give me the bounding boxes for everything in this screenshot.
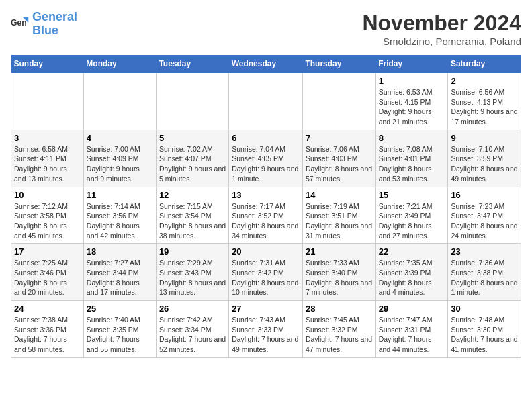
day-number: 20 <box>232 246 300 257</box>
day-cell: 6Sunrise: 7:04 AM Sunset: 4:05 PM Daylig… <box>229 130 303 187</box>
header-tuesday: Tuesday <box>156 55 228 73</box>
day-number: 11 <box>87 190 153 200</box>
day-info: Sunrise: 7:19 AM Sunset: 3:51 PM Dayligh… <box>306 201 373 241</box>
day-cell: 29Sunrise: 7:47 AM Sunset: 3:31 PM Dayli… <box>375 301 448 358</box>
day-cell: 18Sunrise: 7:27 AM Sunset: 3:44 PM Dayli… <box>83 244 156 301</box>
logo-text: General Blue <box>32 11 77 38</box>
day-cell: 10Sunrise: 7:12 AM Sunset: 3:58 PM Dayli… <box>11 187 84 244</box>
day-number: 5 <box>159 133 226 143</box>
day-number: 26 <box>159 304 226 314</box>
header-saturday: Saturday <box>448 55 521 73</box>
week-row-3: 17Sunrise: 7:25 AM Sunset: 3:46 PM Dayli… <box>11 244 521 301</box>
day-cell <box>83 73 156 130</box>
day-number: 19 <box>159 246 226 257</box>
day-info: Sunrise: 7:10 AM Sunset: 3:59 PM Dayligh… <box>451 144 518 184</box>
day-info: Sunrise: 6:56 AM Sunset: 4:13 PM Dayligh… <box>451 87 518 127</box>
day-cell: 9Sunrise: 7:10 AM Sunset: 3:59 PM Daylig… <box>448 130 521 187</box>
day-number: 3 <box>14 133 81 143</box>
day-cell: 25Sunrise: 7:40 AM Sunset: 3:35 PM Dayli… <box>83 301 156 358</box>
day-number: 13 <box>232 190 300 200</box>
day-number: 15 <box>379 190 445 200</box>
day-cell: 15Sunrise: 7:21 AM Sunset: 3:49 PM Dayli… <box>375 187 448 244</box>
day-info: Sunrise: 7:08 AM Sunset: 4:01 PM Dayligh… <box>379 144 445 184</box>
day-number: 25 <box>87 304 153 314</box>
day-number: 14 <box>306 190 373 200</box>
week-row-0: 1Sunrise: 6:53 AM Sunset: 4:15 PM Daylig… <box>11 73 521 130</box>
day-cell <box>156 73 228 130</box>
day-number: 7 <box>306 133 373 143</box>
header-thursday: Thursday <box>302 55 375 73</box>
day-number: 2 <box>451 76 518 86</box>
day-number: 1 <box>379 76 445 86</box>
month-title: November 2024 <box>362 11 521 36</box>
day-info: Sunrise: 7:31 AM Sunset: 3:42 PM Dayligh… <box>232 258 300 298</box>
day-number: 17 <box>14 246 81 257</box>
header-row: SundayMondayTuesdayWednesdayThursdayFrid… <box>11 55 521 73</box>
logo: Gen General Blue <box>11 11 77 38</box>
day-info: Sunrise: 7:27 AM Sunset: 3:44 PM Dayligh… <box>87 258 153 298</box>
day-cell: 21Sunrise: 7:33 AM Sunset: 3:40 PM Dayli… <box>302 244 375 301</box>
day-cell: 24Sunrise: 7:38 AM Sunset: 3:36 PM Dayli… <box>11 301 84 358</box>
day-number: 8 <box>379 133 445 143</box>
day-info: Sunrise: 7:25 AM Sunset: 3:46 PM Dayligh… <box>14 258 81 298</box>
day-info: Sunrise: 7:47 AM Sunset: 3:31 PM Dayligh… <box>379 315 445 355</box>
day-info: Sunrise: 7:00 AM Sunset: 4:09 PM Dayligh… <box>87 144 153 184</box>
day-info: Sunrise: 6:53 AM Sunset: 4:15 PM Dayligh… <box>379 87 445 127</box>
day-number: 12 <box>159 190 226 200</box>
day-info: Sunrise: 7:45 AM Sunset: 3:32 PM Dayligh… <box>306 315 373 355</box>
day-cell: 11Sunrise: 7:14 AM Sunset: 3:56 PM Dayli… <box>83 187 156 244</box>
day-number: 27 <box>232 304 300 314</box>
day-number: 28 <box>306 304 373 314</box>
day-info: Sunrise: 7:29 AM Sunset: 3:43 PM Dayligh… <box>159 258 226 298</box>
day-cell <box>11 73 84 130</box>
day-cell: 30Sunrise: 7:48 AM Sunset: 3:30 PM Dayli… <box>448 301 521 358</box>
header: Gen General Blue November 2024 Smoldzino… <box>11 11 521 47</box>
day-info: Sunrise: 7:36 AM Sunset: 3:38 PM Dayligh… <box>451 258 518 298</box>
day-cell: 8Sunrise: 7:08 AM Sunset: 4:01 PM Daylig… <box>375 130 448 187</box>
day-cell: 23Sunrise: 7:36 AM Sunset: 3:38 PM Dayli… <box>448 244 521 301</box>
svg-text:Gen: Gen <box>11 18 27 28</box>
day-info: Sunrise: 7:21 AM Sunset: 3:49 PM Dayligh… <box>379 201 445 241</box>
day-info: Sunrise: 7:02 AM Sunset: 4:07 PM Dayligh… <box>159 144 226 184</box>
title-area: November 2024 Smoldzino, Pomerania, Pola… <box>362 11 521 47</box>
day-number: 9 <box>451 133 518 143</box>
day-number: 24 <box>14 304 81 314</box>
day-info: Sunrise: 6:58 AM Sunset: 4:11 PM Dayligh… <box>14 144 81 184</box>
day-info: Sunrise: 7:38 AM Sunset: 3:36 PM Dayligh… <box>14 315 81 355</box>
day-cell: 27Sunrise: 7:43 AM Sunset: 3:33 PM Dayli… <box>229 301 303 358</box>
day-number: 21 <box>306 246 373 257</box>
day-info: Sunrise: 7:17 AM Sunset: 3:52 PM Dayligh… <box>232 201 300 241</box>
day-number: 10 <box>14 190 81 200</box>
day-number: 6 <box>232 133 300 143</box>
day-cell: 5Sunrise: 7:02 AM Sunset: 4:07 PM Daylig… <box>156 130 228 187</box>
day-info: Sunrise: 7:40 AM Sunset: 3:35 PM Dayligh… <box>87 315 153 355</box>
day-info: Sunrise: 7:04 AM Sunset: 4:05 PM Dayligh… <box>232 144 300 184</box>
logo-line2: Blue <box>32 24 58 37</box>
day-cell: 2Sunrise: 6:56 AM Sunset: 4:13 PM Daylig… <box>448 73 521 130</box>
calendar-table: SundayMondayTuesdayWednesdayThursdayFrid… <box>11 55 521 358</box>
day-cell: 7Sunrise: 7:06 AM Sunset: 4:03 PM Daylig… <box>302 130 375 187</box>
day-cell: 22Sunrise: 7:35 AM Sunset: 3:39 PM Dayli… <box>375 244 448 301</box>
day-number: 23 <box>451 246 518 257</box>
day-number: 16 <box>451 190 518 200</box>
logo-line1: General <box>32 10 77 24</box>
day-info: Sunrise: 7:35 AM Sunset: 3:39 PM Dayligh… <box>379 258 445 298</box>
day-cell: 13Sunrise: 7:17 AM Sunset: 3:52 PM Dayli… <box>229 187 303 244</box>
day-number: 29 <box>379 304 445 314</box>
location: Smoldzino, Pomerania, Poland <box>362 36 521 47</box>
day-cell: 12Sunrise: 7:15 AM Sunset: 3:54 PM Dayli… <box>156 187 228 244</box>
header-sunday: Sunday <box>11 55 84 73</box>
day-number: 4 <box>87 133 153 143</box>
week-row-1: 3Sunrise: 6:58 AM Sunset: 4:11 PM Daylig… <box>11 130 521 187</box>
day-cell <box>229 73 303 130</box>
day-info: Sunrise: 7:06 AM Sunset: 4:03 PM Dayligh… <box>306 144 373 184</box>
day-info: Sunrise: 7:48 AM Sunset: 3:30 PM Dayligh… <box>451 315 518 355</box>
header-friday: Friday <box>375 55 448 73</box>
day-info: Sunrise: 7:42 AM Sunset: 3:34 PM Dayligh… <box>159 315 226 355</box>
week-row-2: 10Sunrise: 7:12 AM Sunset: 3:58 PM Dayli… <box>11 187 521 244</box>
day-info: Sunrise: 7:14 AM Sunset: 3:56 PM Dayligh… <box>87 201 153 241</box>
week-row-4: 24Sunrise: 7:38 AM Sunset: 3:36 PM Dayli… <box>11 301 521 358</box>
day-number: 22 <box>379 246 445 257</box>
day-cell: 20Sunrise: 7:31 AM Sunset: 3:42 PM Dayli… <box>229 244 303 301</box>
day-number: 18 <box>87 246 153 257</box>
